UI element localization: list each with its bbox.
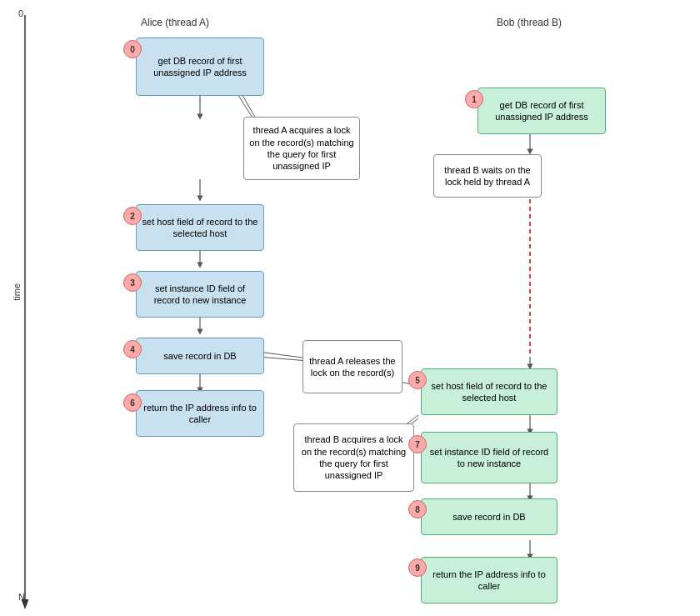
box-b-wait: thread B waits on the lock held by threa… xyxy=(433,154,542,198)
circle-2: 2 xyxy=(123,207,142,225)
box-a3: set instance ID field of record to new i… xyxy=(136,271,264,318)
alice-title: Alice (thread A) xyxy=(108,17,242,28)
box-a-release: thread A releases the lock on the record… xyxy=(302,340,402,393)
circle-8: 8 xyxy=(408,500,427,518)
circle-7: 7 xyxy=(408,435,427,453)
box-a6: return the IP address info to caller xyxy=(136,390,264,437)
zero-label: 0 xyxy=(18,8,23,18)
circle-3: 3 xyxy=(123,273,142,292)
circle-9: 9 xyxy=(408,558,427,577)
box-b1: get DB record of first unassigned IP add… xyxy=(478,88,606,134)
bob-title: Bob (thread B) xyxy=(462,17,596,28)
time-label: time xyxy=(12,283,22,301)
circle-5: 5 xyxy=(408,371,427,389)
circle-0: 0 xyxy=(123,40,142,58)
box-b5: set host field of record to the selected… xyxy=(421,368,558,415)
box-b9: return the IP address info to caller xyxy=(421,557,558,603)
box-b-acquire: thread B acquires a lock on the record(s… xyxy=(293,423,414,492)
diagram: Alice (thread A) Bob (thread B) 0 time N xyxy=(0,0,700,616)
circle-6: 6 xyxy=(123,393,142,412)
box-a-lock: thread A acquires a lock on the record(s… xyxy=(243,117,360,180)
n-label: N xyxy=(18,592,25,602)
svg-line-15 xyxy=(258,357,308,361)
box-a4: save record in DB xyxy=(136,338,264,374)
circle-1: 1 xyxy=(465,90,483,108)
box-b7: set instance ID field of record to new i… xyxy=(421,432,558,483)
box-a0: get DB record of first unassigned IP add… xyxy=(136,38,264,96)
box-a2: set host field of record to the selected… xyxy=(136,204,264,251)
svg-line-14 xyxy=(258,352,308,358)
box-b8: save record in DB xyxy=(421,498,558,535)
circle-4: 4 xyxy=(123,340,142,358)
